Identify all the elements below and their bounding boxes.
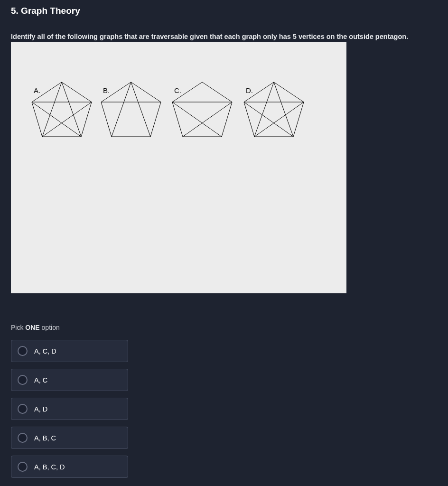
- option-label: A, B, C, D: [34, 463, 65, 471]
- instruction-pre: Pick: [11, 324, 25, 331]
- graph-label-a: A.: [34, 86, 40, 94]
- svg-line-5: [42, 102, 92, 137]
- option-3[interactable]: A, D: [11, 398, 128, 420]
- svg-marker-0: [32, 82, 92, 137]
- svg-line-19: [254, 102, 304, 137]
- radio-icon: [18, 462, 28, 472]
- instruction-post: option: [40, 324, 60, 331]
- answer-instruction: Pick ONE option: [11, 324, 437, 331]
- question-image: A. B.: [11, 42, 346, 293]
- option-1[interactable]: A, C, D: [11, 340, 128, 362]
- svg-line-8: [112, 82, 131, 137]
- option-label: A, B, C: [34, 434, 56, 442]
- option-label: A, D: [34, 405, 47, 413]
- radio-icon: [18, 404, 28, 414]
- graph-label-c: C.: [174, 86, 181, 94]
- options-list: A, C, D A, C A, D A, B, C A, B, C, D: [11, 340, 437, 478]
- svg-marker-6: [101, 82, 161, 137]
- option-label: A, C, D: [34, 347, 56, 355]
- svg-line-4: [32, 102, 81, 137]
- svg-line-13: [183, 102, 232, 137]
- option-label: A, C: [34, 376, 47, 384]
- question-prompt: Identify all of the following graphs tha…: [11, 32, 437, 42]
- graph-label-d: D.: [246, 86, 253, 94]
- radio-icon: [18, 346, 28, 356]
- instruction-bold: ONE: [25, 324, 39, 331]
- svg-line-12: [172, 102, 222, 137]
- svg-line-16: [254, 82, 274, 137]
- option-2[interactable]: A, C: [11, 369, 128, 391]
- svg-line-2: [42, 82, 62, 137]
- option-5[interactable]: A, B, C, D: [11, 456, 128, 478]
- svg-line-18: [244, 102, 293, 137]
- svg-line-1: [62, 82, 81, 137]
- radio-icon: [18, 375, 28, 385]
- radio-icon: [18, 433, 28, 443]
- graph-label-b: B.: [103, 86, 110, 94]
- svg-line-7: [131, 82, 150, 137]
- option-4[interactable]: A, B, C: [11, 427, 128, 449]
- question-title: 5. Graph Theory: [11, 6, 437, 23]
- svg-line-15: [274, 82, 293, 137]
